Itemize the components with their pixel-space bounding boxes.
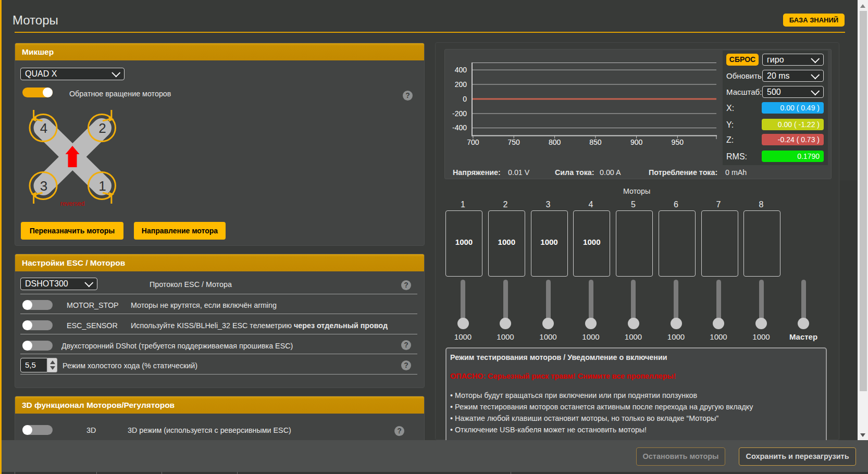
svg-text:950: 950: [672, 138, 684, 146]
svg-text:750: 750: [508, 138, 520, 146]
svg-text:800: 800: [549, 138, 561, 146]
svg-text:900: 900: [630, 138, 643, 146]
svg-text:850: 850: [589, 138, 602, 146]
svg-text:reversed: reversed: [60, 200, 85, 207]
svg-text:700: 700: [467, 138, 479, 146]
svg-text:0: 0: [463, 95, 467, 103]
svg-text:-400: -400: [452, 123, 467, 132]
svg-text:4: 4: [40, 120, 47, 136]
svg-text:1: 1: [98, 178, 106, 194]
svg-text:400: 400: [455, 66, 467, 74]
svg-text:-200: -200: [452, 109, 467, 118]
svg-text:3: 3: [40, 178, 47, 194]
svg-text:200: 200: [455, 80, 467, 89]
svg-text:2: 2: [98, 120, 106, 136]
